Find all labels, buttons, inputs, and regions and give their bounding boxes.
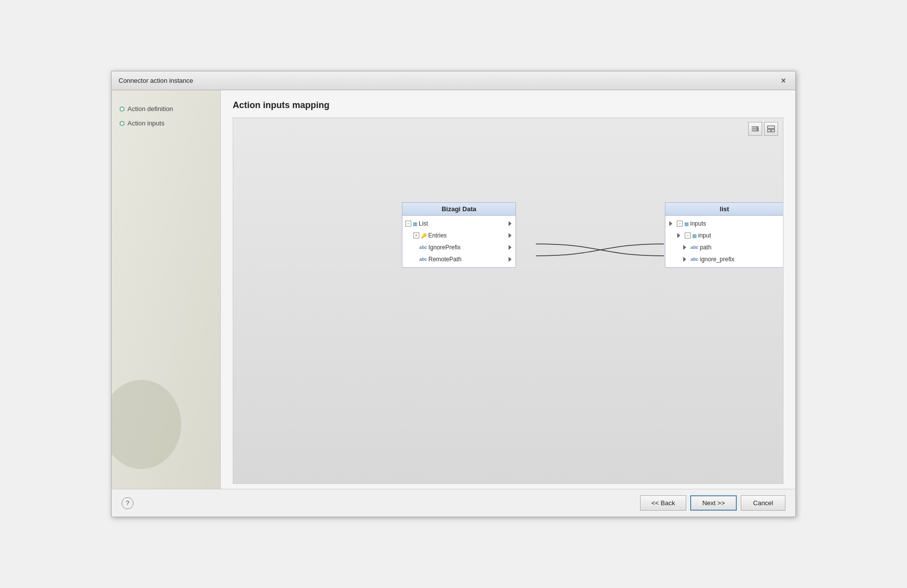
left-port [676, 233, 681, 238]
abc-icon: abc [691, 245, 699, 250]
abc-icon: abc [419, 257, 427, 262]
table-row: + 🔑 Entries [402, 230, 516, 241]
title-bar: Connector action instance × [112, 71, 795, 90]
expand-icon[interactable]: − [685, 233, 691, 238]
grid-icon: ▦ [684, 221, 689, 227]
main-content: Action inputs mapping [221, 90, 795, 489]
expand-icon[interactable]: − [677, 221, 683, 227]
key-icon: 🔑 [421, 233, 427, 238]
close-button[interactable]: × [778, 76, 788, 86]
left-port [668, 221, 673, 226]
bullet-icon [120, 107, 125, 112]
next-button[interactable]: Next >> [690, 495, 737, 511]
cancel-button[interactable]: Cancel [741, 495, 785, 511]
sidebar-item-action-definition[interactable]: Action definition [120, 105, 212, 113]
table-row: − ▦ List [402, 218, 516, 230]
table-row: abc path [665, 241, 783, 253]
sidebar-item-label: Action inputs [128, 119, 164, 127]
bullet-icon [120, 121, 125, 126]
right-port [508, 221, 513, 226]
abc-icon: abc [419, 245, 427, 250]
right-port [508, 245, 513, 250]
svg-rect-5 [768, 126, 775, 128]
sidebar: Action definition Action inputs [112, 90, 221, 489]
sidebar-item-action-inputs[interactable]: Action inputs [120, 119, 212, 127]
list-table: list − ▦ inputs [665, 202, 783, 268]
list-table-header: list [665, 203, 783, 216]
back-button[interactable]: << Back [640, 495, 687, 511]
grid-icon: ▦ [413, 221, 417, 227]
dialog-body: Action definition Action inputs Action i… [112, 90, 795, 489]
dialog-title: Connector action instance [119, 77, 193, 84]
sidebar-item-label: Action definition [128, 105, 173, 113]
left-port [682, 257, 687, 262]
expand-icon[interactable]: − [405, 221, 411, 227]
right-port [508, 257, 513, 262]
mapping-area: Bizagi Data − ▦ List [233, 118, 783, 484]
mapping-toolbar-btn[interactable] [748, 122, 762, 136]
abc-icon: abc [691, 257, 699, 262]
bizagi-data-table: Bizagi Data − ▦ List [402, 202, 516, 268]
help-button[interactable]: ? [122, 497, 133, 509]
grid-icon: ▦ [692, 233, 697, 238]
bizagi-table-header: Bizagi Data [402, 203, 516, 216]
footer-left: ? [122, 497, 133, 509]
connections-canvas [233, 118, 783, 483]
table-row: − ▦ inputs [665, 218, 783, 230]
bizagi-table-body: − ▦ List + 🔑 Entries [402, 216, 516, 267]
svg-rect-7 [772, 129, 775, 132]
list-table-body: − ▦ inputs − ▦ input [665, 216, 783, 267]
footer-right: << Back Next >> Cancel [640, 495, 785, 511]
page-title: Action inputs mapping [233, 100, 783, 111]
layout-toolbar-btn[interactable] [764, 122, 778, 136]
table-row: abc ignore_prefix [665, 253, 783, 265]
expand-icon[interactable]: + [413, 233, 419, 238]
left-port [682, 245, 687, 250]
table-row: abc IgnorePrefix [402, 241, 516, 253]
svg-rect-6 [768, 129, 771, 132]
table-row: abc RemotePath [402, 253, 516, 265]
toolbar-icons [748, 122, 778, 136]
table-row: − ▦ input [665, 230, 783, 241]
right-port [508, 233, 513, 238]
dialog-footer: ? << Back Next >> Cancel [112, 489, 795, 517]
connector-dialog: Connector action instance × Action defin… [111, 71, 796, 517]
